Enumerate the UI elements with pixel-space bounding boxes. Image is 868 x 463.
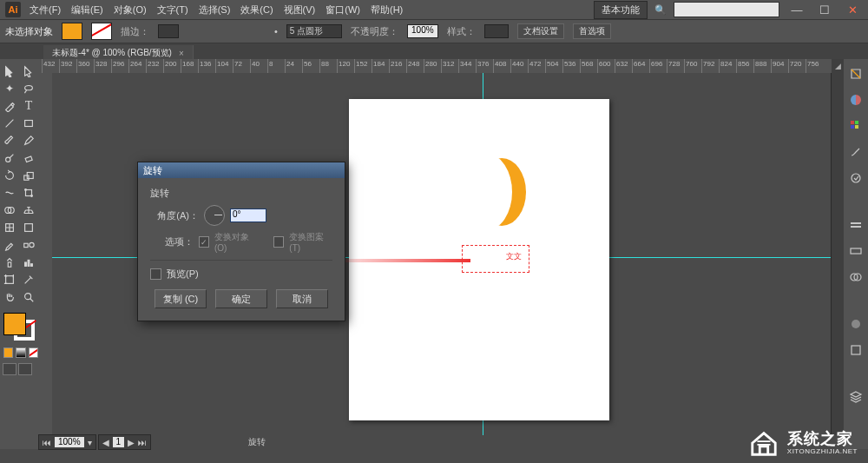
horizontal-ruler[interactable]: 4323923603282962642322001681361047240824…: [38, 59, 832, 74]
brushes-panel-icon[interactable]: [848, 144, 864, 160]
zoom-tool[interactable]: [19, 288, 38, 306]
lasso-tool[interactable]: [19, 80, 38, 97]
eyedropper-tool[interactable]: [0, 236, 19, 254]
slice-tool[interactable]: [19, 271, 38, 288]
angle-input[interactable]: 0°: [230, 208, 266, 222]
selection-tool[interactable]: [0, 63, 19, 80]
column-graph-tool[interactable]: [19, 254, 38, 271]
magic-wand-tool[interactable]: ✦: [0, 80, 19, 97]
menu-window[interactable]: 窗口(W): [326, 3, 360, 17]
transparency-panel-icon[interactable]: [848, 269, 864, 285]
preferences-button[interactable]: 首选项: [573, 23, 611, 39]
menu-view[interactable]: 视图(V): [284, 3, 316, 17]
preview-checkbox[interactable]: [150, 268, 161, 280]
gradient-tool[interactable]: [19, 219, 38, 236]
window-close[interactable]: ✕: [842, 3, 863, 17]
menu-help[interactable]: 帮助(H): [371, 3, 403, 17]
blob-brush-tool[interactable]: [0, 149, 19, 167]
workspace-switcher[interactable]: 基本功能: [594, 1, 648, 19]
pen-tool[interactable]: [0, 97, 19, 115]
last-artboard-icon[interactable]: ⏭: [138, 438, 147, 447]
menu-effect[interactable]: 效果(C): [240, 3, 273, 17]
document-setup-button[interactable]: 文档设置: [517, 23, 564, 39]
svg-rect-7: [26, 190, 32, 196]
fill-swatch[interactable]: [62, 23, 82, 40]
opacity-input[interactable]: 100%: [407, 24, 438, 38]
paintbrush-tool[interactable]: [0, 132, 19, 149]
hand-tool[interactable]: [0, 288, 19, 306]
window-maximize[interactable]: ☐: [814, 3, 835, 17]
layers-panel-icon[interactable]: [848, 389, 864, 405]
symbols-panel-icon[interactable]: [848, 170, 864, 186]
symbol-sprayer-tool[interactable]: [0, 254, 19, 271]
menu-type[interactable]: 文字(T): [157, 3, 188, 17]
swatches-panel-icon[interactable]: [848, 118, 864, 134]
zoom-dropdown-icon[interactable]: ▾: [88, 438, 92, 447]
ok-button[interactable]: 确定: [215, 289, 267, 308]
stroke-swatch[interactable]: [91, 23, 112, 40]
blend-tool[interactable]: [19, 236, 38, 254]
shape-builder-tool[interactable]: [0, 202, 19, 219]
artboard-index[interactable]: 1: [113, 437, 125, 447]
ruler-origin[interactable]: ◢: [832, 59, 844, 73]
perspective-grid-tool[interactable]: [19, 202, 38, 219]
free-transform-tool[interactable]: [19, 184, 38, 202]
graphic-styles-panel-icon[interactable]: [848, 342, 864, 358]
vertical-scrollbar[interactable]: [831, 73, 844, 437]
zoom-control[interactable]: ⏮ 100% ▾: [38, 434, 96, 450]
svg-rect-16: [8, 262, 11, 267]
appearance-panel-icon[interactable]: [848, 316, 864, 332]
svg-rect-17: [25, 262, 27, 266]
screen-mode-normal[interactable]: [3, 363, 16, 375]
search-input[interactable]: [674, 2, 779, 17]
width-tool[interactable]: [0, 184, 19, 202]
menu-select[interactable]: 选择(S): [199, 3, 231, 17]
right-dock: [843, 59, 868, 449]
mesh-tool[interactable]: [0, 219, 19, 236]
artboard[interactable]: 文文: [349, 99, 609, 420]
fill-stroke-indicator[interactable]: [2, 311, 36, 342]
type-tool[interactable]: T: [19, 97, 38, 115]
transform-objects-checkbox[interactable]: [199, 236, 209, 248]
stroke-weight-input[interactable]: [158, 24, 179, 38]
color-panel-icon[interactable]: [848, 66, 864, 82]
angle-wheel[interactable]: [204, 205, 225, 226]
crescent-shape[interactable]: [477, 158, 521, 226]
eraser-tool[interactable]: [19, 149, 38, 167]
stroke-panel-icon[interactable]: [848, 217, 864, 233]
color-mode-solid[interactable]: [3, 347, 13, 358]
zoom-value[interactable]: 100%: [55, 437, 84, 447]
statusbar: ⏮ 100% ▾ ◀ 1 ▶ ⏭ 旋转: [38, 435, 844, 449]
scale-tool[interactable]: [19, 167, 38, 184]
line-tool[interactable]: [0, 115, 19, 132]
next-artboard-icon[interactable]: ▶: [128, 438, 135, 447]
vertical-ruler[interactable]: [38, 73, 53, 437]
color-mode-none[interactable]: [29, 347, 38, 358]
transform-patterns-checkbox[interactable]: [273, 236, 284, 248]
dialog-titlebar[interactable]: 旋转: [138, 162, 345, 178]
color-mode-gradient[interactable]: [16, 347, 25, 358]
rotate-tool[interactable]: [0, 167, 19, 184]
window-minimize[interactable]: —: [786, 3, 807, 17]
menu-file[interactable]: 文件(F): [30, 3, 61, 17]
menu-edit[interactable]: 编辑(E): [71, 3, 103, 17]
screen-mode-full[interactable]: [18, 363, 32, 375]
first-icon[interactable]: ⏮: [43, 438, 51, 447]
artboard-tool[interactable]: [0, 271, 19, 288]
fill-box[interactable]: [3, 313, 26, 335]
copy-button[interactable]: 复制 (C): [155, 289, 207, 308]
color-guide-panel-icon[interactable]: [848, 92, 864, 108]
direct-selection-tool[interactable]: [19, 63, 38, 80]
menu-object[interactable]: 对象(O): [114, 3, 147, 17]
artboard-nav[interactable]: ◀ 1 ▶ ⏭: [98, 434, 152, 450]
graphic-style-dropdown[interactable]: [484, 24, 509, 38]
svg-point-30: [852, 320, 860, 328]
document-tab-close[interactable]: ×: [179, 49, 184, 58]
prev-artboard-icon[interactable]: ◀: [102, 438, 109, 447]
gradient-panel-icon[interactable]: [848, 243, 864, 259]
pencil-tool[interactable]: [19, 132, 38, 149]
brush-preset-dropdown[interactable]: 5 点圆形: [286, 24, 342, 38]
cancel-button[interactable]: 取消: [276, 289, 328, 308]
svg-point-8: [25, 189, 27, 191]
rectangle-tool[interactable]: [19, 115, 38, 132]
